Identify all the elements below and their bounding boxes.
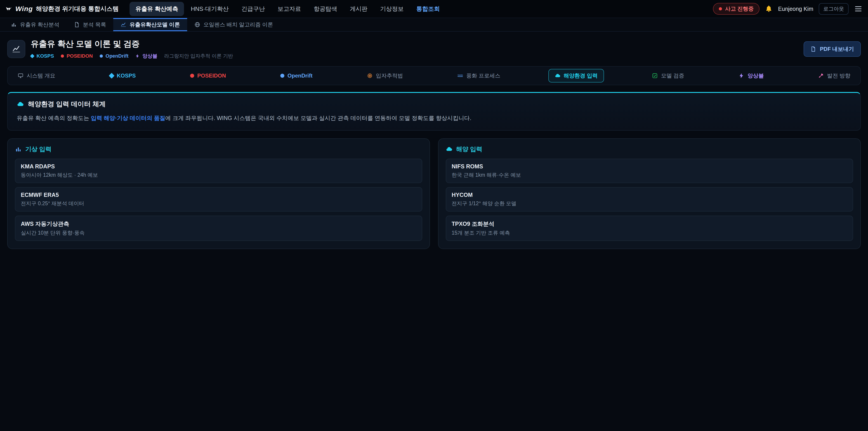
badge-kosps: KOSPS: [31, 53, 54, 59]
line-chart-icon: [121, 22, 126, 28]
diamond-icon: [110, 74, 114, 78]
card-title: 해양 입력: [446, 145, 853, 153]
diamond-icon: [31, 55, 34, 58]
badge-ensemble: 앙상블: [135, 53, 157, 59]
wing-logo-icon: [5, 5, 12, 12]
document-icon: [74, 22, 80, 28]
list-item: HYCOM 전지구 1/12° 해양 순환 모델: [446, 187, 853, 212]
ocean-input-card: 해양 입력 NIFS ROMS 한국 근해 1km 해류·수온 예보 HYCOM…: [438, 138, 861, 249]
brand[interactable]: Wing 해양환경 위기대응 통합시스템: [5, 5, 119, 13]
tab-oil-fence-algorithm[interactable]: 오일펜스 배치 알고리즘 이론: [187, 18, 280, 31]
tab-model-theory[interactable]: 유출유확산모델 이론: [113, 18, 187, 31]
page-line-chart-icon: [7, 40, 25, 58]
logo-text: Wing: [16, 5, 33, 13]
intro-paragraph: 유출유 확산 예측의 정확도는 입력 해양·기상 데이터의 품질에 크게 좌우됩…: [17, 114, 851, 123]
bolt-icon: [739, 73, 744, 79]
section-pill-model-validation[interactable]: 모델 검증: [646, 69, 690, 83]
check-square-icon: [652, 73, 658, 79]
page-title: 유출유 확산 모델 이론 및 검증: [31, 38, 233, 50]
tab-analysis-list[interactable]: 분석 목록: [67, 18, 114, 31]
incident-badge-label: 사고 진행중: [725, 5, 754, 12]
app-root: Wing 해양환경 위기대응 통합시스템 유출유 확산예측 HNS·대기확산 긴…: [0, 0, 868, 431]
list-item: TPXO9 조화분석 15개 분조 기반 조류 예측: [446, 216, 853, 241]
dot-icon: [280, 74, 284, 78]
secondary-tabbar: 유출유 확산분석 분석 목록 유출유확산모델 이론 오일펜스 배치 알고리즘 이…: [0, 18, 868, 32]
data-source-name: NIFS ROMS: [452, 163, 847, 170]
section-nav: 시스템 개요 KOSPS POSEIDON OpenDrift 입자추적법: [7, 66, 861, 85]
data-source-desc: 실시간 10분 단위 풍향·풍속: [21, 229, 416, 237]
pdf-document-icon: [810, 46, 816, 52]
tab-spill-analysis[interactable]: 유출유 확산분석: [4, 18, 67, 31]
data-source-name: ECMWF ERA5: [21, 192, 416, 198]
page-header-left: 유출유 확산 모델 이론 및 검증 KOSPS POSEIDON Open: [7, 38, 233, 59]
data-source-name: AWS 자동기상관측: [21, 220, 416, 227]
intro-highlight-text: 입력 해양·기상 데이터의 품질: [91, 115, 165, 121]
cloud-icon: [555, 73, 561, 79]
nav-item-reports[interactable]: 보고자료: [272, 2, 307, 16]
tab-label: 오일펜스 배치 알고리즘 이론: [204, 21, 273, 28]
tab-label: 유출유확산모델 이론: [129, 21, 180, 28]
section-pill-opendrift[interactable]: OpenDrift: [274, 69, 319, 82]
main-nav: 유출유 확산예측 HNS·대기확산 긴급구난 보고자료 항공탐색 게시판 기상정…: [129, 2, 708, 16]
nav-item-oil-spill-prediction[interactable]: 유출유 확산예측: [129, 2, 184, 16]
input-data-cards: 기상 입력 KMA RDAPS 동아시아 12km 해상도 · 24h 예보 E…: [7, 138, 861, 249]
data-source-desc: 한국 근해 1km 해류·수온 예보: [452, 172, 847, 179]
list-item: ECMWF ERA5 전지구 0.25° 재분석 데이터: [15, 187, 422, 212]
logout-button[interactable]: 로그아웃: [819, 3, 848, 15]
bolt-icon: [135, 54, 140, 58]
badge-poseidon: POSEIDON: [61, 53, 93, 59]
ocean-cloud-icon: [446, 146, 453, 153]
main-content: 유출유 확산 모델 이론 및 검증 KOSPS POSEIDON Open: [0, 38, 868, 267]
page-header-text: 유출유 확산 모델 이론 및 검증 KOSPS POSEIDON Open: [31, 38, 233, 59]
cloud-icon: [17, 100, 24, 108]
nav-item-hns-air-dispersion[interactable]: HNS·대기확산: [185, 2, 235, 16]
badge-opendrift: OpenDrift: [100, 53, 128, 59]
data-source-desc: 전지구 0.25° 재분석 데이터: [21, 200, 416, 207]
alert-dot-icon: [719, 7, 722, 10]
page-header: 유출유 확산 모델 이론 및 검증 KOSPS POSEIDON Open: [7, 38, 861, 59]
nav-item-weather-info[interactable]: 기상정보: [374, 2, 410, 16]
data-source-desc: 전지구 1/12° 해양 순환 모델: [452, 200, 847, 207]
hamburger-menu-icon[interactable]: [854, 4, 863, 13]
list-item: KMA RDAPS 동아시아 12km 해상도 · 24h 예보: [15, 159, 422, 183]
section-pill-kosps[interactable]: KOSPS: [103, 69, 142, 82]
list-item: NIFS ROMS 한국 근해 1km 해류·수온 예보: [446, 159, 853, 183]
section-pill-particle-tracking[interactable]: 입자추적법: [361, 69, 409, 83]
section-pill-poseidon[interactable]: POSEIDON: [184, 69, 232, 82]
nav-item-aerial-search[interactable]: 항공탐색: [308, 2, 343, 16]
bar-chart-icon: [15, 146, 22, 153]
list-item: AWS 자동기상관측 실시간 10분 단위 풍향·풍속: [15, 216, 422, 241]
nav-item-emergency-rescue[interactable]: 긴급구난: [236, 2, 271, 16]
nav-item-integrated-search[interactable]: 통합조회: [410, 2, 446, 16]
data-source-desc: 동아시아 12km 해상도 · 24h 예보: [21, 172, 416, 179]
waves-icon: [457, 73, 463, 79]
model-badge-row: KOSPS POSEIDON OpenDrift: [31, 53, 233, 59]
user-name: Eunjeong Kim: [778, 6, 813, 12]
intro-heading: 해양환경 입력 데이터 체계: [17, 100, 851, 109]
card-title: 기상 입력: [15, 145, 422, 153]
globe-icon: [194, 22, 200, 28]
monitor-icon: [18, 73, 24, 79]
bell-icon[interactable]: [765, 5, 773, 13]
dot-icon: [100, 55, 103, 58]
section-pill-future-direction[interactable]: 발전 방향: [812, 69, 857, 83]
top-navbar: Wing 해양환경 위기대응 통합시스템 유출유 확산예측 HNS·대기확산 긴…: [0, 0, 868, 18]
incident-status-badge[interactable]: 사고 진행중: [713, 3, 760, 15]
marine-env-intro-section: 해양환경 입력 데이터 체계 유출유 확산 예측의 정확도는 입력 해양·기상 …: [7, 92, 861, 131]
nav-item-board[interactable]: 게시판: [344, 2, 373, 16]
data-source-name: HYCOM: [452, 192, 847, 198]
section-pill-marine-env-input[interactable]: 해양환경 입력: [548, 69, 604, 83]
tab-label: 유출유 확산분석: [20, 21, 59, 28]
weather-input-card: 기상 입력 KMA RDAPS 동아시아 12km 해상도 · 24h 예보 E…: [7, 138, 430, 249]
data-source-desc: 15개 분조 기반 조류 예측: [452, 229, 847, 237]
navbar-right: 사고 진행중 Eunjeong Kim 로그아웃: [713, 3, 863, 15]
section-pill-system-overview[interactable]: 시스템 개요: [11, 69, 62, 83]
pdf-export-button[interactable]: PDF 내보내기: [804, 41, 861, 57]
data-source-name: TPXO9 조화분석: [452, 220, 847, 227]
section-pill-weathering-process[interactable]: 풍화 프로세스: [451, 69, 507, 83]
section-pill-ensemble[interactable]: 앙상블: [732, 69, 770, 83]
tab-label: 분석 목록: [83, 21, 106, 28]
page-subtitle: 라그랑지안 입자추적 이론 기반: [164, 53, 233, 59]
bar-chart-icon: [11, 22, 17, 28]
dot-icon: [190, 74, 194, 78]
